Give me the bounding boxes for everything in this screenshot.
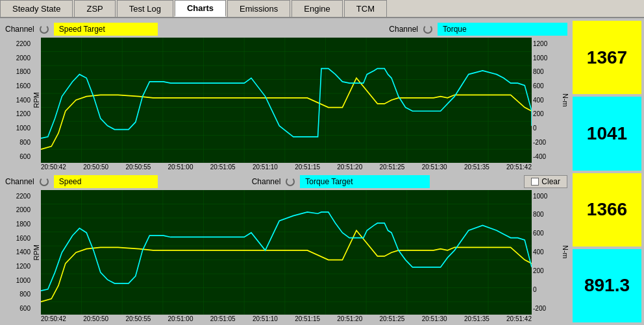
charts-area: Channel Speed Target Channel Torque 2200… [0,18,573,325]
chart2-channel-right-name: Torque Target [300,175,430,188]
chart1-panel: Channel Speed Target Channel Torque 2200… [3,21,570,171]
tab-zsp[interactable]: ZSP [74,0,115,17]
chart1-y-axis-right: 1200 1000 800 600 400 200 0 -200 -400 [532,38,561,163]
chart2-canvas [41,190,532,315]
chart1-header: Channel Speed Target Channel Torque [3,21,570,38]
chart2-channel-right-label: Channel [252,177,281,186]
tab-charts[interactable]: Charts [175,0,226,17]
chart1-channel-right-name: Torque [438,23,567,36]
chart1-y-axis-left: 2200 2000 1800 1600 1400 1200 1000 800 6… [3,38,32,163]
chart1-x-axis: 20:50:42 20:50:50 20:50:55 20:51:00 20:5… [41,163,532,171]
chart2-rpm-label: RPM [32,190,41,315]
chart2-y-axis-left: 2200 2000 1800 1600 1400 1200 1000 800 6… [3,190,32,315]
chart2-channel-left-label: Channel [5,177,34,186]
clear-label: Clear [541,177,560,186]
clear-checkbox-icon [531,178,539,186]
chart1-canvas [41,38,532,163]
chart2-panel: Channel Speed Channel Torque Target Clea… [3,173,570,323]
chart2-refresh-right-icon[interactable] [286,177,295,186]
tab-emissions[interactable]: Emissions [227,0,290,17]
values-top: 1367 1041 [573,21,641,171]
chart2-header: Channel Speed Channel Torque Target Clea… [3,173,570,190]
chart2-value-yellow: 1366 [573,173,641,247]
values-bottom: 1366 891.3 [573,173,641,323]
chart2-x-axis: 20:50:42 20:50:50 20:50:55 20:51:00 20:5… [41,315,532,322]
clear-button[interactable]: Clear [524,175,567,188]
chart1-container: 2200 2000 1800 1600 1400 1200 1000 800 6… [3,38,570,163]
chart1-rpm-label: RPM [32,38,41,163]
chart1-value-cyan: 1041 [573,97,641,170]
chart1-refresh-icon[interactable] [40,25,49,34]
chart1-channel-left-name: Speed Target [54,23,158,36]
chart2-nm-label: N-m [561,190,570,315]
chart1-channel-left-label: Channel [5,25,34,34]
chart2-refresh-icon[interactable] [40,177,49,186]
chart1-value-yellow: 1367 [573,21,641,94]
tab-bar: Steady State ZSP Test Log Charts Emissio… [0,0,644,18]
chart1-refresh-right-icon[interactable] [423,25,432,34]
tab-tcm[interactable]: TCM [344,0,387,17]
tab-engine[interactable]: Engine [291,0,342,17]
chart1-channel-right-label: Channel [389,25,418,34]
chart1-nm-label: N-m [561,38,570,163]
tab-test-log[interactable]: Test Log [117,0,173,17]
values-sidebar: 1367 1041 1366 891.3 [573,18,644,325]
chart2-container: 2200 2000 1800 1600 1400 1200 1000 800 6… [3,190,570,315]
main-content: Channel Speed Target Channel Torque 2200… [0,18,644,325]
chart2-y-axis-right: 1000 800 600 400 200 0 -200 [532,190,561,315]
chart2-value-cyan: 891.3 [573,249,641,322]
tab-steady-state[interactable]: Steady State [0,0,73,17]
chart2-channel-left-name: Speed [54,175,158,188]
